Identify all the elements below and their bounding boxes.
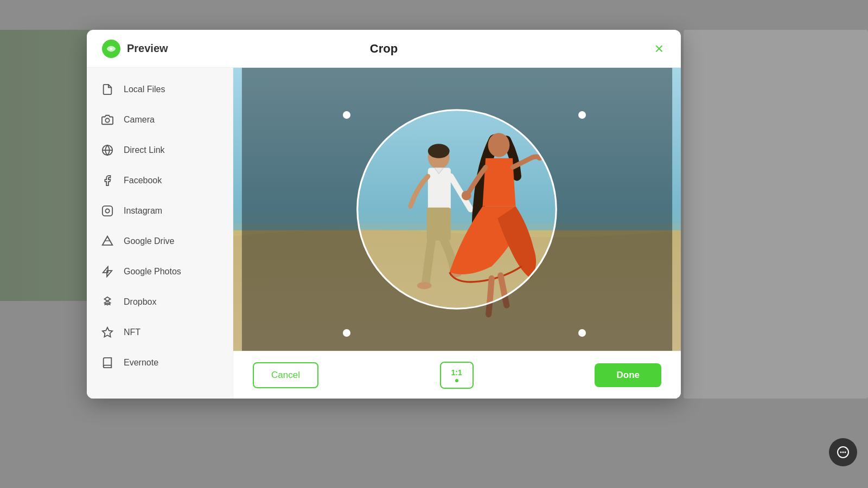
preview-section: Preview [102,40,254,58]
modal-title: Crop [370,42,398,56]
dropbox-icon [100,294,115,310]
sidebar-item-dropbox[interactable]: Dropbox [87,287,233,317]
crop-handle-top-right[interactable] [578,111,586,119]
sidebar-item-google-drive[interactable]: Google Drive [87,226,233,256]
crop-modal: Preview Crop × Local Files [87,30,681,399]
crop-handle-top-left[interactable] [343,111,350,119]
sidebar-item-direct-link[interactable]: Direct Link [87,135,233,165]
ratio-label: 1:1 [451,368,462,377]
crop-overlay [233,68,681,351]
svg-point-2 [843,452,844,453]
chat-icon [837,446,850,459]
sidebar-item-camera[interactable]: Camera [87,105,233,135]
sidebar-item-local-files[interactable]: Local Files [87,74,233,105]
done-button[interactable]: Done [595,363,661,387]
preview-icon [106,44,116,54]
chat-bubble[interactable] [829,438,857,466]
close-button[interactable]: × [653,39,666,59]
sidebar-item-evernote[interactable]: Evernote [87,348,233,378]
direct-link-icon [100,143,115,158]
crop-overlay-svg [233,68,681,351]
evernote-icon [100,355,115,370]
ratio-button[interactable]: 1:1 [440,362,474,389]
sidebar-item-nft[interactable]: NFT [87,317,233,348]
camera-icon [100,112,115,127]
sidebar-label-camera: Camera [124,115,155,125]
crop-handle-bottom-right[interactable] [578,329,586,337]
sidebar: Local Files Camera [87,68,233,399]
facebook-icon [100,173,115,188]
sidebar-label-facebook: Facebook [124,176,162,185]
cancel-button[interactable]: Cancel [253,362,318,388]
ratio-dot [455,379,458,382]
svg-rect-8 [103,206,112,216]
crop-footer: Cancel 1:1 Done [233,351,681,399]
local-files-icon [100,82,115,97]
sidebar-item-instagram[interactable]: Instagram [87,196,233,226]
svg-point-1 [840,452,842,453]
svg-point-3 [845,452,846,453]
sidebar-item-google-photos[interactable]: Google Photos [87,256,233,287]
crop-area: Cancel 1:1 Done [233,68,681,399]
instagram-icon [100,203,115,219]
svg-point-5 [105,118,109,122]
nft-icon [100,325,115,340]
sidebar-item-facebook[interactable]: Facebook [87,165,233,196]
preview-icon-circle [102,40,120,58]
modal-body: Local Files Camera [87,68,681,399]
svg-marker-12 [103,328,112,337]
preview-label: Preview [127,42,168,55]
sidebar-label-direct-link: Direct Link [124,145,165,155]
sidebar-label-dropbox: Dropbox [124,297,156,307]
sidebar-label-google-photos: Google Photos [124,267,181,277]
sidebar-label-nft: NFT [124,328,141,337]
sidebar-label-instagram: Instagram [124,206,162,216]
modal-header: Preview Crop × [87,30,681,68]
crop-handle-bottom-left[interactable] [343,329,350,337]
crop-canvas[interactable] [233,68,681,351]
sidebar-label-local-files: Local Files [124,85,165,94]
google-drive-icon [100,234,115,249]
sidebar-label-google-drive: Google Drive [124,236,174,246]
google-photos-icon [100,264,115,279]
sidebar-label-evernote: Evernote [124,358,158,368]
